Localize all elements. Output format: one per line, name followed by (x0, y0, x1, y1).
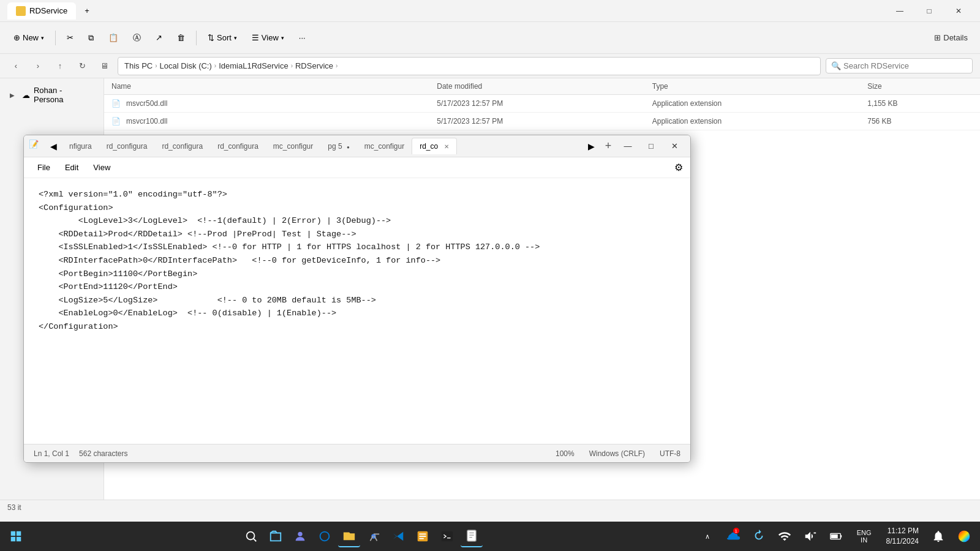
np-prev-tab[interactable]: ◀ (45, 138, 62, 155)
np-menu-file[interactable]: File (31, 160, 56, 174)
view-button[interactable]: ☰ View ▾ (246, 29, 290, 46)
taskbar-vscode[interactable] (387, 525, 409, 547)
details-button[interactable]: ⊞ Details (929, 31, 973, 45)
file-name-0: 📄 msvcr50d.dll (109, 97, 437, 110)
cut-button[interactable]: ✂ (61, 29, 80, 46)
table-row[interactable]: 📄 msvcr100.dll 5/17/2023 12:57 PM Applic… (104, 113, 980, 130)
np-next-tab[interactable]: ▶ (582, 138, 600, 155)
color-palette[interactable] (953, 525, 975, 547)
np-tab-5[interactable]: pg 5 ● (320, 138, 357, 154)
sort-label: Sort (217, 33, 232, 42)
np-menu-view[interactable]: View (87, 160, 116, 174)
table-row[interactable]: 📄 msvcr50d.dll 5/17/2023 12:57 PM Applic… (104, 95, 980, 113)
forward-button[interactable]: › (29, 58, 47, 75)
np-settings-icon[interactable]: ⚙ (674, 162, 683, 173)
search-box[interactable]: 🔍 (826, 58, 973, 73)
np-maximize[interactable]: □ (640, 138, 662, 155)
np-tab-0[interactable]: nfigura (62, 138, 99, 154)
svg-rect-14 (467, 530, 477, 541)
np-tab-close-7[interactable]: ✕ (444, 143, 449, 150)
notification-bell[interactable] (927, 525, 949, 547)
np-close[interactable]: ✕ (663, 138, 685, 155)
location-icon: 🖥 (96, 58, 113, 75)
path-folder1[interactable]: IdemiaL1RdService (219, 61, 288, 70)
new-tab-btn[interactable]: + (76, 2, 98, 19)
date: 8/11/2024 (886, 536, 919, 547)
view-icon: ☰ (252, 33, 259, 42)
np-tab-7[interactable]: rd_co ✕ (412, 138, 456, 154)
up-button[interactable]: ↑ (51, 58, 69, 75)
np-tab-6[interactable]: mc_configur (357, 138, 412, 154)
taskbar-terminal[interactable] (436, 525, 458, 547)
address-path[interactable]: This PC › Local Disk (C:) › IdemiaL1RdSe… (118, 57, 821, 75)
search-input[interactable] (843, 61, 967, 70)
minimize-button[interactable]: — (886, 1, 914, 21)
share-button[interactable]: ↗ (149, 29, 168, 46)
maximize-button[interactable]: □ (915, 1, 943, 21)
paste-button[interactable]: 📋 (102, 29, 124, 46)
time-section[interactable]: 11:12 PM 8/11/2024 (881, 526, 924, 547)
np-tab-2[interactable]: rd_configura (154, 138, 210, 154)
path-thispc[interactable]: This PC (124, 61, 153, 70)
np-minimize[interactable]: — (617, 138, 639, 155)
np-add-tab[interactable]: + (600, 138, 617, 155)
tray-expand[interactable]: ∧ (696, 525, 718, 547)
path-localdisk[interactable]: Local Disk (C:) (160, 61, 212, 70)
tray-wifi[interactable] (774, 525, 796, 547)
file-icon-0: 📄 (111, 98, 123, 109)
taskbar: ∧ 1 ENG IN 11:12 PM 8/11/2024 (0, 522, 980, 551)
taskbar-files[interactable] (265, 525, 287, 547)
toolbar: ⊕ New ▾ ✂ ⧉ 📋 Ⓐ ↗ 🗑 ⇅ Sort ▾ ☰ View ▾ ··… (0, 22, 980, 54)
copy-button[interactable]: ⧉ (82, 29, 100, 47)
tray-volume[interactable] (799, 525, 821, 547)
taskbar-notepad[interactable] (461, 525, 483, 547)
delete-button[interactable]: 🗑 (171, 29, 191, 46)
taskbar-right: ∧ 1 ENG IN 11:12 PM 8/11/2024 (696, 525, 975, 547)
np-tab-1[interactable]: rd_configura (99, 138, 155, 154)
tray-battery[interactable] (825, 525, 847, 547)
taskbar-teams[interactable] (289, 525, 311, 547)
add-tab-icon[interactable]: + (85, 6, 89, 15)
file-date-0: 5/17/2023 12:57 PM (437, 99, 652, 108)
clock: 11:12 PM (886, 526, 919, 536)
back-button[interactable]: ‹ (7, 58, 24, 75)
rename-button[interactable]: Ⓐ (127, 29, 147, 47)
tab-title: RDService (29, 6, 67, 15)
language-indicator[interactable]: ENG IN (851, 525, 878, 547)
tray-badge: 1 (733, 528, 739, 534)
new-button[interactable]: ⊕ New ▾ (7, 29, 50, 46)
search-icon: 🔍 (831, 61, 841, 70)
new-caret: ▾ (41, 35, 44, 41)
np-tab-3[interactable]: rd_configura (210, 138, 266, 154)
svg-rect-3 (17, 537, 21, 541)
details-label: Details (943, 33, 968, 42)
lang-label: ENG (857, 529, 872, 536)
sort-caret: ▾ (234, 35, 237, 41)
tray-onedrive[interactable]: 1 (722, 525, 744, 547)
svg-rect-9 (420, 533, 426, 534)
status-bar: 53 it (0, 500, 980, 514)
taskbar-explorer[interactable] (338, 525, 360, 547)
refresh-button[interactable]: ↻ (74, 58, 91, 75)
close-button[interactable]: ✕ (944, 1, 973, 21)
taskbar-edge[interactable] (314, 525, 336, 547)
np-menu-edit[interactable]: Edit (59, 160, 85, 174)
file-type-1: Application extension (652, 117, 868, 126)
taskbar-notes[interactable] (412, 525, 434, 547)
np-editor[interactable]: <?xml version="1.0" encoding="utf-8"?> <… (24, 178, 690, 444)
np-titlebar: 📝 ◀ nfigura rd_configura rd_configura rd… (24, 135, 690, 157)
tray-update[interactable] (748, 525, 770, 547)
taskbar-search[interactable] (240, 525, 262, 547)
start-button[interactable] (5, 525, 27, 547)
sidebar-item-rohan[interactable]: ▶ ☁ Rohan - Persona (2, 83, 101, 107)
np-tab-4[interactable]: mc_configur (266, 138, 320, 154)
path-folder2[interactable]: RDService (295, 61, 333, 70)
taskbar-chrome[interactable] (363, 525, 385, 547)
explorer-tab[interactable]: RDService (7, 2, 76, 20)
view-label: View (262, 33, 279, 42)
sep-1: › (155, 62, 157, 69)
more-button[interactable]: ··· (293, 29, 312, 46)
sort-button[interactable]: ⇅ Sort ▾ (202, 29, 243, 46)
np-encoding: UTF-8 (660, 449, 680, 458)
sidebar-item-label: Rohan - Persona (34, 86, 94, 104)
